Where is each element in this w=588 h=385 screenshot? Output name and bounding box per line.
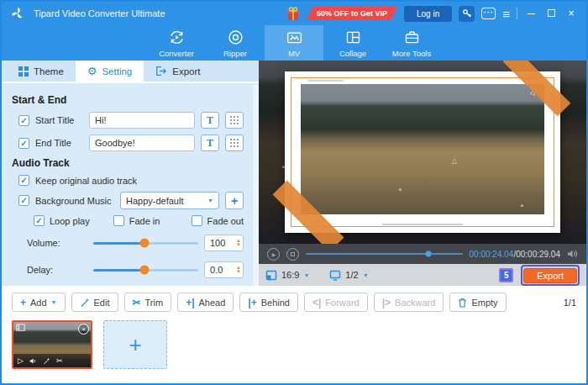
background-music-label: Background Music bbox=[35, 196, 112, 206]
sidebar-scrollbar[interactable] bbox=[253, 85, 259, 286]
menu-icon[interactable]: ≡ bbox=[502, 8, 510, 20]
theme-frame: × △ × ◁ bbox=[285, 71, 560, 233]
stop-icon bbox=[291, 252, 295, 256]
toolbox-icon bbox=[403, 29, 421, 46]
add-clip-slot[interactable]: + bbox=[103, 320, 167, 369]
aspect-ratio-value[interactable]: 16:9 bbox=[281, 270, 299, 280]
plus-icon: + bbox=[231, 195, 238, 207]
feedback-chat-icon[interactable]: ··· bbox=[481, 8, 496, 19]
tab-theme[interactable]: Theme bbox=[7, 61, 76, 82]
stop-button[interactable] bbox=[286, 248, 299, 261]
add-button[interactable]: + Add ▼ bbox=[12, 293, 66, 312]
nav-tab-mv[interactable]: MV bbox=[265, 25, 323, 61]
end-title-position-button[interactable] bbox=[225, 134, 244, 151]
playback-controls: ▶ 00:00:24.04/00:00:29.04 bbox=[259, 244, 586, 264]
delay-slider[interactable] bbox=[93, 269, 198, 272]
end-title-font-button[interactable]: T bbox=[201, 134, 219, 151]
end-title-checkbox[interactable]: ✓ bbox=[18, 138, 29, 149]
scissors-icon: ✂ bbox=[133, 297, 141, 309]
play-button[interactable]: ▶ bbox=[267, 248, 280, 261]
empty-button[interactable]: Empty bbox=[449, 293, 506, 312]
volume-slider-handle[interactable] bbox=[140, 239, 150, 248]
fade-out-label: Fade out bbox=[207, 216, 244, 226]
spinner-down-icon[interactable]: ▼ bbox=[236, 270, 241, 274]
delay-input[interactable] bbox=[210, 265, 230, 275]
annotation-badge: 5 bbox=[499, 268, 513, 282]
chevron-down-icon[interactable]: ▼ bbox=[303, 272, 309, 278]
loop-play-checkbox[interactable]: ✓ bbox=[34, 215, 45, 226]
move-forward-icon: <| bbox=[312, 297, 321, 309]
tab-setting[interactable]: ⚙ Setting bbox=[76, 61, 144, 82]
start-title-checkbox[interactable]: ✓ bbox=[18, 115, 29, 126]
video-preview-stage[interactable]: × × △ × ◁ bbox=[259, 61, 586, 244]
keep-original-row: ✓ Keep original audio track bbox=[18, 175, 244, 186]
chevron-down-icon[interactable]: ▼ bbox=[363, 272, 369, 278]
add-music-button[interactable]: + bbox=[225, 192, 244, 209]
seek-bar[interactable] bbox=[306, 253, 463, 256]
aspect-ratio-icon bbox=[265, 270, 277, 281]
video-frame: × △ × ◁ bbox=[301, 84, 544, 214]
start-title-input[interactable] bbox=[89, 112, 195, 129]
position-grid-icon bbox=[229, 138, 239, 148]
play-icon: ▶ bbox=[272, 251, 276, 257]
screen-page-icon bbox=[329, 270, 341, 281]
ahead-button[interactable]: +| Ahead bbox=[177, 293, 234, 312]
end-title-label: End Title bbox=[35, 138, 83, 148]
start-title-position-button[interactable] bbox=[225, 112, 244, 129]
background-music-checkbox[interactable]: ✓ bbox=[18, 195, 29, 206]
seek-handle[interactable] bbox=[425, 251, 431, 257]
move-backward-icon: |> bbox=[382, 297, 391, 309]
close-button[interactable]: × bbox=[564, 7, 578, 20]
fade-out-checkbox[interactable] bbox=[192, 215, 202, 226]
tab-export[interactable]: Export bbox=[144, 61, 212, 82]
end-title-row: ✓ End Title T bbox=[18, 134, 244, 151]
insert-behind-icon: |+ bbox=[248, 297, 256, 309]
chevron-down-icon: ▼ bbox=[51, 299, 57, 305]
minimize-button[interactable] bbox=[524, 7, 538, 20]
background-music-select[interactable]: Happy-default ▼ bbox=[120, 192, 219, 209]
play-clip-icon[interactable]: ▷ bbox=[18, 356, 24, 365]
spinner-down-icon[interactable]: ▼ bbox=[236, 243, 241, 247]
page-indicator[interactable]: 1/2 bbox=[345, 270, 358, 280]
backward-button[interactable]: |> Backward bbox=[374, 293, 444, 312]
clip-thumbnail[interactable]: × ▷ ✂ bbox=[12, 320, 92, 369]
start-title-font-button[interactable]: T bbox=[201, 112, 219, 129]
edit-button[interactable]: Edit bbox=[71, 293, 118, 312]
theme-grid-icon bbox=[18, 66, 29, 76]
fade-in-checkbox[interactable] bbox=[113, 215, 124, 226]
fade-in-label: Fade in bbox=[129, 216, 160, 226]
forward-button[interactable]: <| Forward bbox=[304, 293, 368, 312]
nav-tab-converter[interactable]: Converter bbox=[147, 25, 206, 61]
plus-icon: + bbox=[129, 332, 141, 358]
volume-speaker-icon[interactable] bbox=[567, 249, 578, 259]
magic-wand-icon bbox=[80, 298, 90, 308]
keep-original-checkbox[interactable]: ✓ bbox=[18, 175, 29, 186]
app-window: Tipard Video Converter Ultimate 50% OFF … bbox=[0, 0, 588, 385]
timeline-section: + Add ▼ Edit ✂ Trim +| Ahead bbox=[2, 286, 586, 383]
behind-button[interactable]: |+ Behind bbox=[239, 293, 298, 312]
nav-tab-collage[interactable]: Collage bbox=[323, 25, 382, 61]
nav-tab-ripper[interactable]: Ripper bbox=[206, 25, 265, 61]
ripper-disc-icon bbox=[227, 29, 244, 46]
end-title-input[interactable] bbox=[89, 134, 195, 151]
export-button[interactable]: Export bbox=[523, 268, 577, 283]
delay-slider-handle[interactable] bbox=[140, 266, 150, 275]
export-icon bbox=[155, 66, 167, 76]
clip-edit-wand-icon[interactable] bbox=[43, 357, 50, 365]
titlebar: Tipard Video Converter Ultimate 50% OFF … bbox=[2, 2, 586, 25]
nav-tab-more-tools[interactable]: More Tools bbox=[382, 25, 441, 61]
keep-original-label: Keep original audio track bbox=[35, 176, 137, 186]
volume-slider[interactable] bbox=[93, 242, 198, 245]
remove-clip-icon[interactable]: × bbox=[78, 324, 89, 335]
clip-trim-scissors-icon[interactable]: ✂ bbox=[56, 356, 63, 365]
register-key-icon[interactable] bbox=[459, 6, 475, 22]
volume-input[interactable] bbox=[210, 238, 230, 248]
gift-icon[interactable] bbox=[286, 7, 300, 21]
plus-icon: + bbox=[20, 297, 26, 309]
mv-tv-icon bbox=[286, 29, 303, 46]
maximize-button[interactable] bbox=[544, 7, 558, 20]
clip-audio-icon[interactable] bbox=[29, 357, 37, 365]
login-button[interactable]: Log in bbox=[404, 6, 452, 22]
trim-button[interactable]: ✂ Trim bbox=[124, 293, 172, 312]
promo-banner[interactable]: 50% OFF to Get VIP bbox=[307, 7, 397, 20]
